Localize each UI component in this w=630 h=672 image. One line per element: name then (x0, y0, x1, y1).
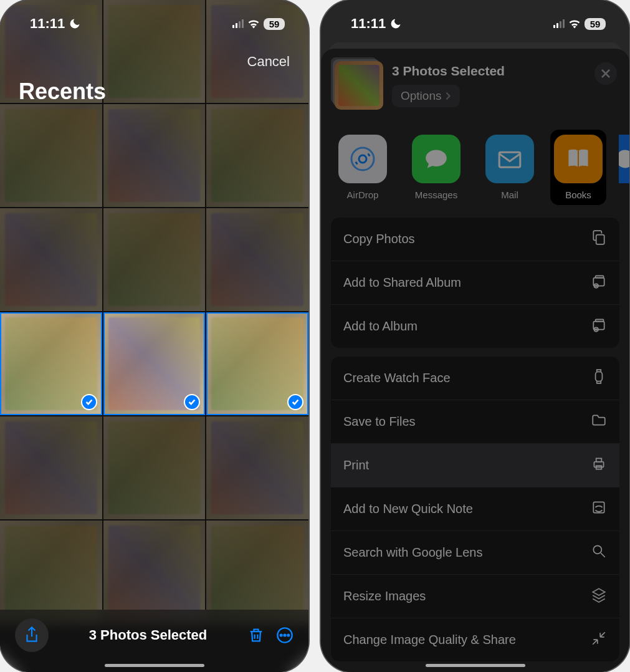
share-apps-row[interactable]: AirDropMessagesMailBooks (321, 121, 629, 218)
search-icon (591, 543, 607, 562)
action-label: Change Image Quality & Share (343, 633, 516, 647)
selected-photos-thumbnail[interactable] (335, 61, 383, 110)
cellular-signal-icon (232, 19, 244, 28)
svg-point-4 (359, 155, 366, 163)
svg-rect-18 (594, 462, 603, 468)
album-title: Recents (19, 79, 106, 105)
cellular-signal-icon (553, 19, 565, 28)
selection-checkmark-icon (184, 394, 200, 410)
moon-icon (389, 17, 402, 30)
mail-icon (485, 135, 534, 183)
shared-album-icon (591, 273, 607, 292)
album-icon (591, 317, 607, 336)
close-button[interactable] (594, 62, 617, 85)
options-label: Options (401, 89, 441, 103)
photo-thumbnail[interactable] (0, 521, 102, 623)
generic-icon (619, 135, 629, 183)
action-label: Search with Google Lens (343, 545, 482, 560)
svg-rect-17 (596, 372, 603, 381)
status-time: 11:11 (30, 16, 65, 32)
svg-rect-12 (596, 276, 604, 277)
options-button[interactable]: Options (392, 85, 460, 107)
share-button[interactable] (15, 618, 49, 652)
action-save-to-files[interactable]: Save to Files (331, 400, 619, 444)
more-icon[interactable] (276, 626, 294, 644)
action-create-watch-face[interactable]: Create Watch Face (331, 357, 619, 400)
home-indicator[interactable] (105, 664, 204, 667)
photo-thumbnail[interactable] (206, 312, 308, 415)
action-resize-images[interactable]: Resize Images (331, 575, 619, 618)
share-app-mail[interactable]: Mail (482, 135, 538, 200)
photo-thumbnail[interactable] (0, 104, 102, 207)
quicknote-icon (591, 499, 607, 519)
share-icon (24, 626, 40, 645)
action-group: Create Watch FaceSave to FilesPrintAdd t… (331, 357, 619, 661)
share-sheet: 3 Photos Selected Options AirDropMessage… (321, 49, 629, 672)
home-indicator[interactable] (426, 664, 525, 667)
photo-thumbnail[interactable] (103, 521, 206, 623)
action-add-to-new-quick-note[interactable]: Add to New Quick Note (331, 487, 619, 531)
action-group: Copy PhotosAdd to Shared AlbumAdd to Alb… (331, 218, 619, 348)
action-add-to-album[interactable]: Add to Album (331, 305, 619, 348)
status-bar: 11:11 59 (321, 11, 629, 36)
app-label: Mail (501, 190, 518, 200)
photo-thumbnail[interactable] (0, 208, 102, 311)
svg-rect-15 (596, 319, 604, 321)
wifi-icon (247, 19, 260, 29)
action-search-with-google-lens[interactable]: Search with Google Lens (331, 531, 619, 575)
action-label: Save to Files (343, 415, 416, 429)
photo-thumbnail[interactable] (103, 416, 206, 519)
chevron-right-icon (445, 92, 451, 100)
svg-point-9 (619, 150, 629, 168)
action-label: Create Watch Face (343, 371, 451, 385)
bottom-toolbar: 3 Photos Selected (0, 610, 308, 672)
photo-thumbnail[interactable] (206, 208, 308, 311)
action-label: Add to Album (343, 319, 418, 334)
share-app-airdrop[interactable]: AirDrop (335, 135, 391, 200)
message-icon (412, 135, 461, 183)
battery-level: 59 (264, 18, 285, 30)
photo-thumbnail[interactable] (206, 521, 308, 623)
app-label: Books (565, 190, 591, 200)
share-app-f[interactable] (619, 135, 629, 200)
action-change-image-quality-share[interactable]: Change Image Quality & Share (331, 618, 619, 661)
printer-icon (591, 456, 607, 475)
status-time: 11:11 (351, 16, 386, 32)
folder-icon (591, 412, 607, 431)
moon-icon (69, 17, 81, 30)
svg-point-22 (593, 545, 601, 554)
app-label: AirDrop (347, 190, 379, 200)
share-app-books[interactable]: Books (550, 130, 606, 205)
books-icon (554, 135, 603, 183)
action-add-to-shared-album[interactable]: Add to Shared Album (331, 261, 619, 305)
action-copy-photos[interactable]: Copy Photos (331, 218, 619, 261)
svg-rect-10 (596, 235, 604, 244)
photo-thumbnail[interactable] (0, 312, 102, 415)
action-label: Add to Shared Album (343, 276, 461, 290)
selection-count: 3 Photos Selected (89, 627, 208, 643)
photo-thumbnail[interactable] (103, 312, 206, 415)
svg-point-1 (280, 635, 282, 636)
svg-rect-8 (499, 152, 520, 167)
photo-thumbnail[interactable] (206, 416, 308, 519)
copy-icon (591, 229, 607, 249)
share-sheet-screen: 11:11 59 3 Photos Selected Options (321, 0, 629, 672)
share-sheet-title: 3 Photos Selected (392, 64, 505, 79)
action-label: Resize Images (343, 589, 426, 603)
app-label: Messages (415, 190, 457, 200)
photo-thumbnail[interactable] (103, 208, 206, 311)
photo-thumbnail[interactable] (103, 104, 206, 207)
airdrop-icon (338, 135, 387, 183)
svg-point-7 (351, 148, 374, 170)
share-app-messages[interactable]: Messages (408, 135, 464, 200)
svg-point-2 (284, 635, 286, 636)
photo-thumbnail[interactable] (206, 104, 308, 207)
action-label: Add to New Quick Note (343, 502, 473, 516)
action-print[interactable]: Print (331, 444, 619, 487)
photos-selection-screen: 11:11 59 Recents Cancel 3 Photos Selecte… (0, 0, 308, 672)
photo-thumbnail[interactable] (0, 416, 102, 519)
cancel-button[interactable]: Cancel (247, 54, 290, 70)
status-bar: 11:11 59 (0, 11, 308, 36)
trash-icon[interactable] (247, 626, 265, 644)
compress-icon (591, 630, 607, 650)
